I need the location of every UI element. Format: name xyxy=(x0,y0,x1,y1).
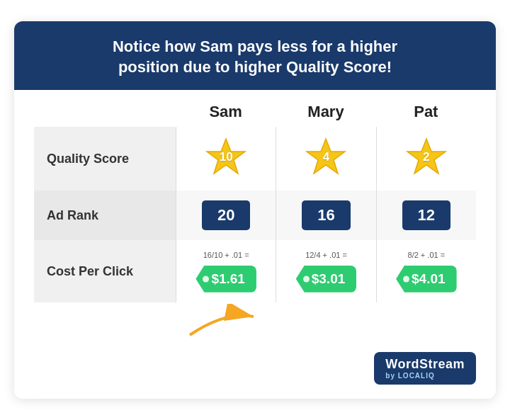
col-header-pat: Pat xyxy=(376,103,476,127)
comparison-table-area: Sam Mary Pat Quality Score 10 xyxy=(14,90,496,347)
quality-score-label: Quality Score xyxy=(34,127,176,191)
star-pat: 2 xyxy=(405,137,448,178)
quality-score-pat: 2 xyxy=(376,127,476,191)
price-cell-mary: 12/4 + .01 = $3.01 xyxy=(283,250,368,292)
cpc-pat: 8/2 + .01 = $4.01 xyxy=(376,240,476,302)
quality-score-sam: 10 xyxy=(176,127,276,191)
ad-rank-box-sam: 20 xyxy=(202,200,250,230)
arrow-area xyxy=(34,302,476,341)
logo-box: WordStream by LOCALIQ xyxy=(374,352,476,385)
ad-rank-pat: 12 xyxy=(376,191,476,240)
cost-per-click-row: Cost Per Click 16/10 + .01 = $1.61 12/4 … xyxy=(34,240,476,302)
price-tag-mary: $3.01 xyxy=(296,266,357,293)
formula-mary: 12/4 + .01 = xyxy=(305,250,347,261)
main-card: Notice how Sam pays less for a higher po… xyxy=(14,21,496,399)
logo-localiq-text: by LOCALIQ xyxy=(385,372,434,380)
star-sam: 10 xyxy=(205,137,247,178)
cost-per-click-label: Cost Per Click xyxy=(34,240,176,302)
header-text-line2: position due to higher Quality Score! xyxy=(118,58,392,76)
ad-rank-sam: 20 xyxy=(176,191,276,240)
ad-rank-box-pat: 12 xyxy=(402,200,450,230)
col-header-sam: Sam xyxy=(176,103,276,127)
cpc-sam: 16/10 + .01 = $1.61 xyxy=(176,240,276,302)
comparison-table: Sam Mary Pat Quality Score 10 xyxy=(34,103,476,302)
logo-wordstream-text: WordStream xyxy=(385,357,465,372)
quality-score-row: Quality Score 10 xyxy=(34,127,476,191)
header-text-line1: Notice how Sam pays less for a higher xyxy=(113,38,397,55)
ad-rank-label: Ad Rank xyxy=(34,191,176,240)
formula-sam: 16/10 + .01 = xyxy=(203,250,249,261)
star-num-sam: 10 xyxy=(220,151,233,165)
arrow-icon xyxy=(183,304,261,339)
price-tag-sam: $1.61 xyxy=(196,266,256,293)
ad-rank-mary: 16 xyxy=(276,191,375,240)
ad-rank-row: Ad Rank 20 16 12 xyxy=(34,191,476,240)
header-banner: Notice how Sam pays less for a higher po… xyxy=(14,21,496,90)
star-num-pat: 2 xyxy=(423,151,429,165)
star-mary: 4 xyxy=(305,137,347,178)
quality-score-mary: 4 xyxy=(276,127,375,191)
cpc-mary: 12/4 + .01 = $3.01 xyxy=(276,240,375,302)
price-cell-pat: 8/2 + .01 = $4.01 xyxy=(384,250,469,292)
col-header-mary: Mary xyxy=(276,103,375,127)
ad-rank-box-mary: 16 xyxy=(302,200,350,230)
price-tag-pat: $4.01 xyxy=(396,266,457,293)
footer: WordStream by LOCALIQ xyxy=(14,348,496,385)
price-cell-sam: 16/10 + .01 = $1.61 xyxy=(183,250,268,292)
star-num-mary: 4 xyxy=(323,151,329,165)
formula-pat: 8/2 + .01 = xyxy=(408,250,446,261)
